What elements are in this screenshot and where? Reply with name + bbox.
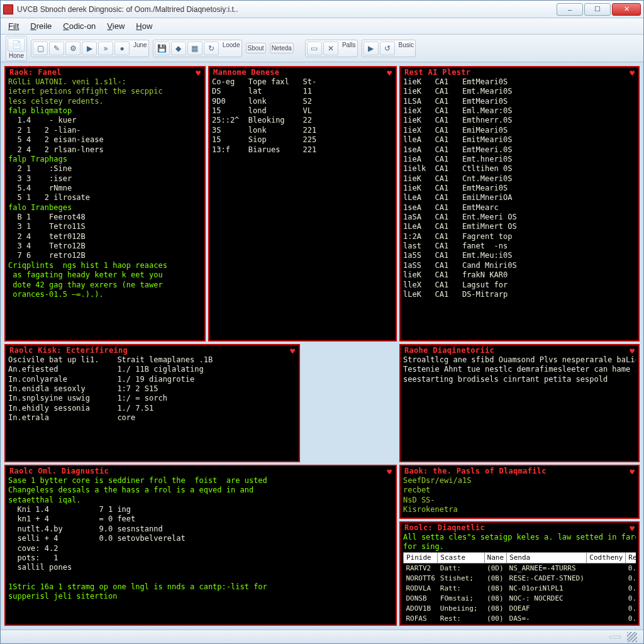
tb-label-loode: Loode [223, 42, 240, 48]
panel-pasls[interactable]: Baok: the. Pasls of Dlaqmafilc ♥ SeefDsr… [399, 465, 640, 519]
tbtn-grid-icon[interactable]: ▦ [187, 42, 203, 55]
menu-codicon[interactable]: Codic-on [63, 21, 96, 31]
col-header[interactable]: Recnme [626, 552, 636, 563]
table-row[interactable]: DONSBFOmstai;(08)NOC-: NOCRDEC0.12 [404, 594, 636, 604]
cell [587, 594, 626, 604]
cell [587, 584, 626, 594]
tb-label-june: June [133, 42, 147, 48]
tbtn-edit-icon[interactable]: ✎ [49, 42, 64, 55]
cell [587, 574, 626, 584]
tb-group-neteda: Neteda [270, 43, 294, 53]
resize-grip-icon[interactable] [627, 632, 637, 642]
close-button[interactable]: ✕ [612, 3, 641, 16]
hone-button[interactable]: 📄 [8, 38, 25, 52]
cell: DAS=- [507, 614, 587, 622]
panel-diaqinetoriic[interactable]: Raohe Diaqinetoriic ♥ Stroaltlcg ane sfi… [399, 344, 640, 462]
cell [587, 614, 626, 622]
panel-title: Raolc Kisk: Ecterifireing [8, 346, 129, 355]
tbtn-left-icon[interactable]: ◆ [171, 42, 186, 55]
panel-oml-diagnostic[interactable]: Raolc Oml. Diagnustic ♥ Sase 1 bytter co… [4, 465, 397, 626]
cell: (08) [484, 604, 507, 614]
cell: (0B) [484, 574, 507, 584]
col-header[interactable]: Pinide [404, 552, 438, 563]
panel-body: Oscivile bat up li1. Strait lemaplanes .… [8, 355, 296, 458]
statusbar [1, 630, 643, 643]
cell: ADOV1B [404, 604, 438, 614]
panel-fanel[interactable]: Raok: Fanel ♥ RGlLi UATONI. veni 1.s1l-:… [4, 66, 206, 341]
window-buttons: – ☐ ✕ [555, 3, 641, 16]
tb-label-sbout: Sbout [248, 45, 264, 52]
toolbar: 📄 Hone ▢ ✎ ⚙ ▶ » ● June 💾 ◆ ▦ ↻ Loode Sb… [1, 35, 643, 62]
cell: NOROTT6 [404, 574, 438, 584]
panel-body: 1ieK CA1 EmtMeari0S 1ieK CA1 Emt.Meari0S… [403, 77, 636, 338]
cell: (08) [484, 594, 507, 604]
cell: ROFAS [404, 614, 438, 622]
tbtn-play-icon[interactable]: ▶ [82, 42, 97, 55]
app-icon [3, 4, 13, 14]
panel-body: Co-eg Tope faxl St- DS lat 11 9D0 lonk S… [212, 77, 393, 338]
window-title: UVCB Sbnoch derek Dingnosic: of Oom./Mal… [17, 5, 555, 14]
cell: RODVLA [404, 584, 438, 594]
table-row[interactable]: NOROTT6Stishet;(0B)RESE:-CADET-STNED)0.1… [404, 574, 636, 584]
tbtn-gear-icon[interactable]: ⚙ [65, 42, 80, 55]
tb-group-june: ▢ ✎ ⚙ ▶ » ● June [31, 40, 149, 57]
tbtn-play2-icon[interactable]: ▶ [364, 42, 379, 55]
tbtn-win-icon[interactable]: ▢ [33, 42, 48, 55]
panel-mannome[interactable]: Mannome Denese ♥ Co-eg Tope faxl St- DS … [208, 66, 397, 341]
panel-kisk[interactable]: Raolc Kisk: Ecterifireing ♥ Oscivile bat… [4, 344, 300, 462]
col-header[interactable]: Senda [507, 552, 587, 563]
tbtn-x-icon[interactable]: ✕ [323, 42, 338, 55]
minimize-button[interactable]: – [557, 3, 583, 16]
menu-dreile[interactable]: Dreile [30, 21, 52, 31]
tb-group-loode: 💾 ◆ ▦ ↻ Loode [153, 40, 242, 57]
menubar: Filt Dreile Codic-on View How [1, 18, 643, 35]
cell: Stishet; [438, 574, 484, 584]
cell: DONSB [404, 594, 438, 604]
panel-body: Sase 1 bytter core is seddiner frol the … [8, 476, 393, 622]
tbtn-save-icon[interactable]: 💾 [155, 42, 170, 55]
panel-roolc-diag[interactable]: Roolc: Diaqnetlic ♥ All setta cles"s set… [399, 521, 640, 626]
tbtn-rec-icon[interactable]: ● [114, 42, 130, 55]
tbtn-fwd-icon[interactable]: » [98, 42, 113, 55]
diag-table: PinideScasteNaneSendaCodthenyRecnmeRARTV… [403, 552, 636, 622]
cell: 0.17 [626, 614, 636, 622]
cell: NOC-: NOCRDEC [507, 594, 587, 604]
cell: Datt: [438, 563, 484, 574]
cell: FOmstai; [438, 594, 484, 604]
cell: (0D) [484, 563, 507, 574]
table-row[interactable]: RARTV2Datt:(0D)NS_ARNEE=-4TURRS0.25 [404, 563, 636, 574]
panel-title: Baok: the. Pasls of Dlaqmafilc [403, 467, 548, 476]
cell: 0.15 [626, 574, 636, 584]
tb-group-palls: ▭ ✕ Palls [305, 40, 358, 57]
maximize-button[interactable]: ☐ [584, 3, 611, 16]
tb-group-sbout: Sbout [246, 43, 266, 53]
menu-view[interactable]: View [107, 21, 125, 31]
titlebar[interactable]: UVCB Sbnoch derek Dingnosic: of Oom./Mal… [1, 1, 643, 18]
tbtn-refresh-icon[interactable]: ↺ [380, 42, 395, 55]
panel-title: Raolc Oml. Diagnustic [8, 467, 110, 476]
panel-title: Rest AI Plestr [403, 68, 472, 77]
panel-rest-ai[interactable]: Rest AI Plestr ♥ 1ieK CA1 EmtMeari0S 1ie… [399, 66, 640, 341]
tbtn-up-icon[interactable]: ↻ [204, 42, 219, 55]
menu-how[interactable]: How [136, 21, 152, 31]
cell: Ratt: [438, 584, 484, 594]
cell: (08) [484, 584, 507, 594]
cell: (00) [484, 614, 507, 622]
table-row[interactable]: ADOV1BUnbeiing;(08)DOEAF0.17 [404, 604, 636, 614]
cell: Rest: [438, 614, 484, 622]
cell: Unbeiing; [438, 604, 484, 614]
cell: 0.13 [626, 584, 636, 594]
col-header[interactable]: Scaste [438, 552, 484, 563]
app-window: UVCB Sbnoch derek Dingnosic: of Oom./Mal… [0, 0, 644, 644]
table-row[interactable]: ROFASRest:(00)DAS=-0.17 [404, 614, 636, 622]
menu-filt[interactable]: Filt [8, 21, 19, 31]
workspace: Raok: Fanel ♥ RGlLi UATONI. veni 1.s1l-:… [1, 62, 643, 630]
cell: 0.17 [626, 604, 636, 614]
table-row[interactable]: RODVLARatt:(08)NC-01oriNlPL10.13 [404, 584, 636, 594]
tbtn-window-icon[interactable]: ▭ [307, 42, 322, 55]
cell [587, 563, 626, 574]
tb-label-hone: Hone [9, 52, 24, 59]
tb-group-hone: 📄 Hone [6, 36, 27, 61]
col-header[interactable]: Nane [484, 552, 507, 563]
col-header[interactable]: Codtheny [587, 552, 626, 563]
